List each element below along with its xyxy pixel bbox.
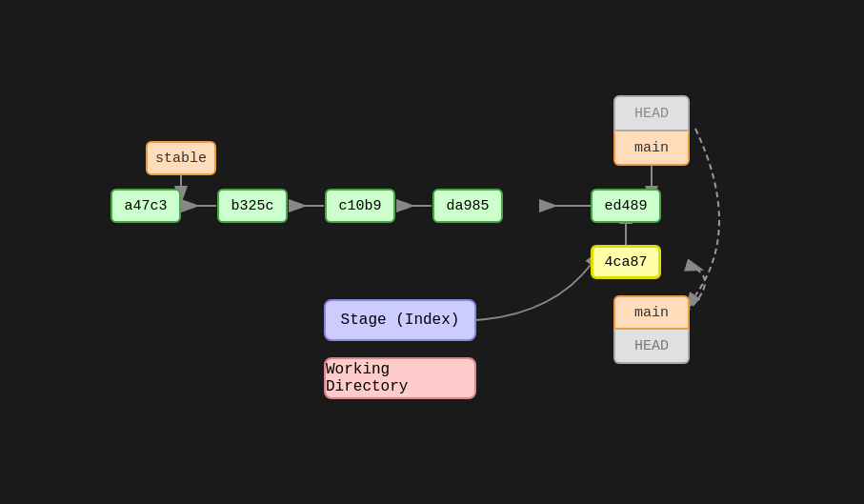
- main-head-bottom-group: main HEAD: [613, 295, 690, 364]
- commit-da985: da985: [432, 189, 503, 223]
- head-main-group: HEAD main: [613, 95, 690, 166]
- head-label: HEAD: [613, 95, 690, 131]
- commit-a47c3: a47c3: [111, 189, 181, 223]
- head-label-bottom: HEAD: [613, 330, 690, 364]
- diagram: a47c3 b325c c10b9 da985 ed489 4ca87 stab…: [0, 0, 864, 504]
- ref-stable: stable: [146, 141, 216, 175]
- arrows-svg: [0, 0, 864, 504]
- commit-4ca87: 4ca87: [591, 245, 661, 279]
- stage-index-box: Stage (Index): [324, 299, 476, 341]
- main-label-top: main: [613, 131, 690, 166]
- main-label-bottom: main: [613, 295, 690, 330]
- working-directory-box: Working Directory: [324, 357, 476, 399]
- commit-c10b9: c10b9: [325, 189, 395, 223]
- commit-b325c: b325c: [217, 189, 288, 223]
- commit-ed489: ed489: [591, 189, 661, 223]
